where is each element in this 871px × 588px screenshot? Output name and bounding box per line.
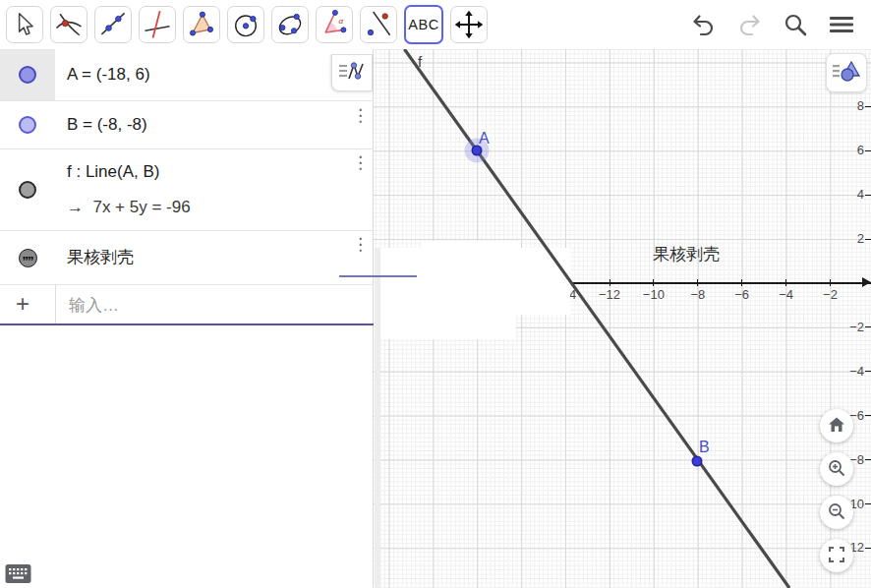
algebra-input-row: + bbox=[0, 285, 374, 325]
fullscreen-button[interactable] bbox=[820, 539, 853, 572]
algebra-style-icon bbox=[337, 59, 367, 88]
construction-layer bbox=[374, 49, 871, 588]
graphics-style-button[interactable] bbox=[826, 53, 867, 92]
zoom-in-icon bbox=[827, 458, 846, 481]
toolbar: α ABC bbox=[0, 0, 871, 50]
row-B-menu-button[interactable]: ⋮ bbox=[352, 107, 369, 124]
line-tool-button[interactable] bbox=[94, 6, 132, 43]
point-B[interactable] bbox=[692, 456, 701, 465]
ellipse-icon bbox=[273, 8, 307, 41]
reflect-tool-button[interactable] bbox=[360, 6, 397, 43]
perpendicular-line-icon bbox=[141, 8, 174, 41]
svg-text:α: α bbox=[338, 17, 343, 26]
plus-icon: + bbox=[16, 290, 29, 318]
search-button[interactable] bbox=[783, 12, 808, 40]
point-B-visibility-toggle[interactable] bbox=[0, 101, 55, 148]
input-focus-underline bbox=[0, 323, 374, 325]
algebra-row-A[interactable]: A = (-18, 6) bbox=[0, 49, 374, 101]
move-view-icon bbox=[452, 8, 486, 41]
angle-tool-button[interactable]: α bbox=[316, 6, 353, 43]
cursor-icon bbox=[8, 8, 41, 41]
text-object-marker-icon: ”” bbox=[19, 249, 37, 267]
redo-icon bbox=[736, 26, 763, 40]
point-A-marker-icon bbox=[19, 66, 36, 84]
text-object-visibility-toggle[interactable]: ”” bbox=[0, 231, 55, 284]
line-f-equation: → 7x + 5y = -96 bbox=[67, 198, 191, 217]
point-B-label: B bbox=[699, 439, 710, 456]
algebra-row-B[interactable]: B = (-8, -8) ⋮ bbox=[0, 101, 374, 149]
point-B-definition: B = (-8, -8) bbox=[67, 115, 147, 135]
home-icon bbox=[827, 415, 846, 438]
move-tool-button[interactable] bbox=[6, 6, 43, 43]
algebra-row-text[interactable]: ”” 果核剥壳 ⋮ bbox=[0, 231, 374, 285]
zoom-out-icon bbox=[827, 501, 846, 524]
hamburger-menu-icon bbox=[828, 25, 855, 39]
redo-button[interactable] bbox=[736, 11, 763, 40]
zoom-out-button[interactable] bbox=[820, 496, 853, 529]
algebra-row-f[interactable]: f : Line(A, B) → 7x + 5y = -96 ⋮ bbox=[0, 149, 374, 231]
line-f-label: f bbox=[418, 53, 422, 70]
graphics-style-icon bbox=[831, 58, 862, 88]
polygon-icon bbox=[185, 8, 218, 41]
virtual-keyboard-button[interactable] bbox=[5, 563, 31, 587]
text-tool-button[interactable]: ABC bbox=[404, 5, 443, 44]
row-text-menu-button[interactable]: ⋮ bbox=[352, 236, 369, 253]
line-f-definition: f : Line(A, B) bbox=[67, 162, 159, 182]
zoom-in-button[interactable] bbox=[820, 452, 853, 486]
point-A-label: A bbox=[479, 130, 490, 147]
tool-group: α ABC bbox=[6, 6, 488, 44]
keyboard-icon bbox=[5, 572, 31, 587]
input-divider bbox=[55, 285, 56, 325]
reflect-about-line-icon bbox=[362, 8, 395, 41]
point-A-definition: A = (-18, 6) bbox=[67, 65, 150, 85]
header-actions bbox=[690, 11, 855, 40]
circle-tool-button[interactable] bbox=[227, 6, 264, 43]
text-object-content: 果核剥壳 bbox=[67, 246, 134, 268]
underline-render-artifact bbox=[339, 275, 417, 277]
ellipse-tool-button[interactable] bbox=[271, 6, 309, 43]
perpendicular-line-tool-button[interactable] bbox=[139, 6, 176, 43]
undo-icon bbox=[690, 26, 717, 40]
line-f-visibility-toggle[interactable] bbox=[0, 149, 55, 230]
circle-icon bbox=[229, 8, 262, 41]
line-f[interactable] bbox=[404, 49, 789, 588]
home-button[interactable] bbox=[820, 409, 853, 442]
point-A-visibility-toggle[interactable] bbox=[0, 49, 55, 100]
algebra-input[interactable] bbox=[67, 291, 356, 321]
row-f-menu-button[interactable]: ⋮ bbox=[352, 154, 369, 171]
menu-button[interactable] bbox=[828, 13, 855, 39]
polygon-tool-button[interactable] bbox=[183, 6, 220, 43]
angle-icon: α bbox=[318, 8, 351, 41]
search-icon bbox=[783, 26, 808, 40]
graphics-text-object[interactable]: 果核剥壳 bbox=[653, 243, 720, 265]
algebra-panel: A = (-18, 6) B = (-8, -8) ⋮ f : Line(A, … bbox=[0, 49, 374, 588]
move-graphics-view-tool-button[interactable] bbox=[450, 6, 488, 43]
line-icon bbox=[96, 8, 130, 41]
text-tool-label: ABC bbox=[408, 17, 438, 32]
point-tool-button[interactable] bbox=[50, 6, 87, 43]
algebra-style-button[interactable] bbox=[331, 54, 373, 91]
line-f-marker-icon bbox=[19, 181, 36, 199]
point-B-marker-icon bbox=[19, 116, 36, 134]
undo-button[interactable] bbox=[690, 11, 717, 40]
fullscreen-icon bbox=[828, 546, 845, 566]
graphics-view[interactable]: −14−12−10−8−6−4−28642−2−4−6−8−10−12 f A … bbox=[374, 49, 871, 588]
intersect-point-icon bbox=[52, 8, 86, 41]
